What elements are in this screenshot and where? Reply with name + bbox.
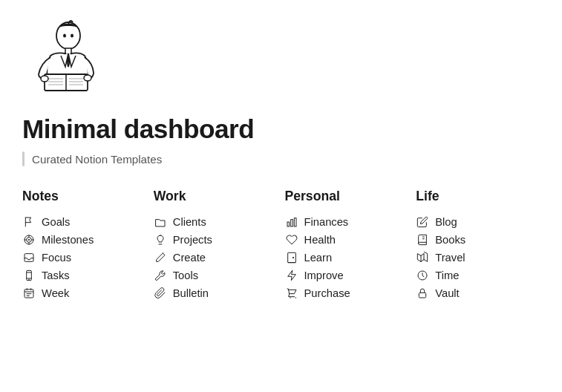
phone-icon	[22, 269, 36, 282]
edit-icon	[416, 215, 429, 229]
page-title: Minimal dashboard	[22, 114, 540, 144]
menu-item-focus[interactable]: Focus	[22, 249, 146, 267]
col-notes: NotesGoalsMilestonesFocusTasksWeek	[22, 189, 146, 302]
heart-icon	[285, 233, 298, 246]
svg-point-2	[71, 34, 73, 38]
clock-icon	[416, 269, 429, 282]
svg-rect-30	[294, 218, 296, 226]
svg-rect-39	[419, 293, 426, 298]
menu-item-week[interactable]: Week	[22, 284, 146, 302]
pen-icon	[154, 251, 167, 264]
menu-item-clients[interactable]: Clients	[154, 213, 278, 231]
menu-item-projects[interactable]: Projects	[154, 231, 278, 249]
svg-rect-29	[290, 220, 293, 226]
col-header-notes: Notes	[22, 189, 146, 204]
menu-label-purchase: Purchase	[304, 287, 350, 299]
calendar-icon	[22, 287, 36, 300]
menu-label-bulletin: Bulletin	[173, 287, 209, 299]
book-icon	[416, 233, 429, 246]
avatar-area	[22, 15, 540, 99]
menu-item-time[interactable]: Time	[416, 267, 540, 284]
menu-label-books: Books	[435, 234, 465, 246]
bar-chart-icon	[285, 215, 298, 229]
lock-icon	[416, 287, 429, 300]
svg-point-13	[84, 75, 91, 81]
col-personal: PersonalFinancesHealthLearnImprovePurcha…	[285, 189, 409, 302]
subtitle-border	[22, 151, 24, 166]
menu-grid: NotesGoalsMilestonesFocusTasksWeekWorkCl…	[22, 189, 540, 302]
menu-item-blog[interactable]: Blog	[416, 213, 540, 231]
paperclip-icon	[154, 287, 167, 300]
col-life: LifeBlogBooksTravelTimeVault	[416, 189, 540, 302]
menu-item-improve[interactable]: Improve	[285, 267, 409, 284]
menu-label-travel: Travel	[435, 252, 465, 264]
menu-label-vault: Vault	[435, 287, 459, 299]
cart-icon	[285, 287, 298, 300]
svg-point-21	[29, 279, 30, 280]
subtitle-text: Curated Notion Templates	[32, 153, 162, 166]
menu-label-clients: Clients	[173, 216, 206, 228]
menu-item-create[interactable]: Create	[154, 249, 278, 267]
menu-label-projects: Projects	[173, 234, 212, 246]
col-work: WorkClientsProjectsCreateToolsBulletin	[154, 189, 278, 302]
menu-label-time: Time	[435, 270, 459, 281]
col-header-work: Work	[154, 189, 278, 204]
door-icon	[285, 251, 298, 264]
menu-label-week: Week	[42, 287, 69, 299]
avatar-illustration	[22, 15, 104, 97]
col-header-personal: Personal	[285, 189, 409, 204]
svg-rect-31	[287, 252, 295, 262]
menu-label-improve: Improve	[304, 270, 344, 281]
svg-rect-17	[24, 254, 33, 262]
menu-label-goals: Goals	[42, 216, 70, 228]
menu-item-books[interactable]: Books	[416, 231, 540, 249]
svg-rect-3	[65, 48, 71, 54]
menu-item-finances[interactable]: Finances	[285, 213, 409, 231]
menu-item-health[interactable]: Health	[285, 231, 409, 249]
menu-label-milestones: Milestones	[42, 234, 94, 246]
menu-label-focus: Focus	[42, 252, 71, 264]
menu-label-health: Health	[304, 234, 336, 246]
inbox-icon	[22, 251, 36, 264]
svg-point-12	[41, 76, 48, 82]
col-header-life: Life	[416, 189, 540, 204]
menu-label-tasks: Tasks	[42, 270, 70, 281]
subtitle-bar: Curated Notion Templates	[22, 151, 540, 166]
menu-label-learn: Learn	[304, 252, 333, 264]
menu-label-create: Create	[173, 252, 206, 264]
bulb-icon	[154, 233, 167, 246]
menu-item-tasks[interactable]: Tasks	[22, 267, 146, 284]
menu-item-travel[interactable]: Travel	[416, 249, 540, 267]
menu-item-tools[interactable]: Tools	[154, 267, 278, 284]
svg-point-33	[293, 257, 293, 258]
bolt-icon	[285, 269, 298, 282]
folder-icon	[154, 215, 167, 229]
svg-point-1	[63, 34, 66, 38]
svg-point-16	[28, 239, 29, 240]
target-icon	[22, 233, 36, 246]
menu-item-learn[interactable]: Learn	[285, 249, 409, 267]
menu-item-milestones[interactable]: Milestones	[22, 231, 146, 249]
svg-point-34	[290, 297, 290, 298]
wrench-icon	[154, 269, 167, 282]
menu-label-finances: Finances	[304, 216, 349, 228]
svg-point-35	[295, 297, 295, 298]
flag-icon	[22, 215, 36, 229]
svg-rect-28	[287, 222, 290, 226]
menu-item-bulletin[interactable]: Bulletin	[154, 284, 278, 302]
menu-label-blog: Blog	[435, 216, 457, 228]
menu-label-tools: Tools	[173, 270, 198, 281]
map-icon	[416, 251, 429, 264]
menu-item-purchase[interactable]: Purchase	[285, 284, 409, 302]
menu-item-goals[interactable]: Goals	[22, 213, 146, 231]
menu-item-vault[interactable]: Vault	[416, 284, 540, 302]
